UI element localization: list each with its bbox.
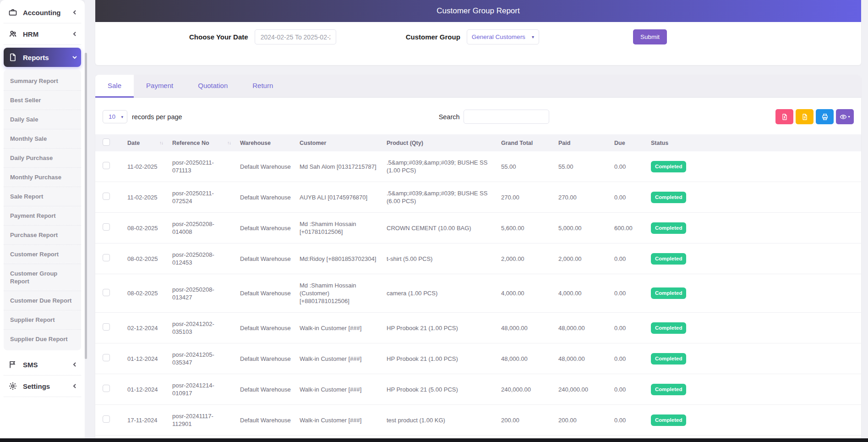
row-checkbox[interactable]	[103, 193, 110, 200]
column-visibility-button[interactable]: ▾	[836, 109, 854, 124]
sidebar-item-accounting[interactable]: Accounting	[4, 2, 81, 23]
status-badge: Completed	[651, 192, 686, 203]
reports-submenu-item[interactable]: Customer Group Report	[4, 264, 81, 291]
table-row: 11-02-2025 posr-20250211-072524 Default …	[95, 182, 861, 213]
cell-grand-total: 240,000.00	[501, 374, 558, 405]
app-root: Accounting HRM Reports Summary ReportBes…	[0, 0, 868, 442]
reports-submenu-item[interactable]: Summary Report	[4, 72, 81, 91]
page-title-bar: Customer Group Report	[95, 0, 861, 22]
tab-strip: SalePaymentQuotationReturn	[95, 75, 861, 98]
cell-customer: Walk-in Customer [###]	[300, 405, 387, 436]
cell-reference: posr-20250211-072524	[172, 182, 240, 213]
tab-sale[interactable]: Sale	[95, 75, 134, 97]
sort-icon[interactable]: ↑↓	[159, 140, 165, 145]
cell-reference: posr-20250208-013427	[172, 274, 240, 313]
sidebar-scrollbar[interactable]	[85, 0, 87, 442]
row-checkbox[interactable]	[103, 223, 110, 231]
records-per-page-select[interactable]: 10 ▾	[103, 110, 127, 123]
cell-customer: AUYB ALI [01745976870]	[300, 182, 387, 213]
pdf-icon	[781, 113, 788, 121]
sidebar-item-hrm[interactable]: HRM	[4, 23, 81, 45]
reports-submenu-item[interactable]: Daily Purchase	[4, 149, 81, 168]
horizontal-scrollbar[interactable]	[0, 438, 868, 442]
submit-button[interactable]: Submit	[633, 29, 667, 44]
cell-grand-total: 5,600.00	[501, 213, 558, 243]
reports-submenu-item[interactable]: Monthly Purchase	[4, 168, 81, 187]
date-range-input[interactable]	[255, 29, 336, 44]
reports-submenu-item[interactable]: Supplier Report	[4, 310, 81, 330]
row-checkbox[interactable]	[103, 254, 110, 261]
customer-group-selected-value: General Customers	[472, 33, 525, 40]
cell-product: .5&amp;#039;&amp;#039; BUSHE SS (1.00 PC…	[387, 151, 501, 182]
reports-submenu-item[interactable]: Payment Report	[4, 206, 81, 226]
cell-due: 0.00	[614, 243, 651, 274]
chevron-left-icon	[72, 31, 77, 37]
reports-submenu-item[interactable]: Best Seller	[4, 91, 81, 110]
cell-product: test product (1.00 KG)	[387, 405, 501, 436]
print-button[interactable]	[816, 109, 834, 124]
table-row: 08-02-2025 posr-20250208-012453 Default …	[95, 243, 861, 274]
row-checkbox[interactable]	[103, 415, 110, 423]
cell-grand-total: 48,000.00	[501, 313, 558, 343]
cell-date: 08-02-2025	[127, 213, 172, 243]
cell-paid: 270.00	[558, 182, 614, 213]
tab-return[interactable]: Return	[240, 75, 285, 97]
scrollbar-thumb[interactable]	[85, 53, 87, 359]
table-row: 11-02-2025 posr-20250211-071113 Default …	[95, 151, 861, 182]
customer-group-select[interactable]: General Customers ▾	[467, 29, 539, 44]
tab-quotation[interactable]: Quotation	[186, 75, 240, 97]
cell-reference: posr-20250208-014008	[172, 213, 240, 243]
column-header-due: Due	[614, 134, 651, 151]
search-input[interactable]	[464, 110, 549, 124]
cell-warehouse: Default Warehouse	[240, 405, 300, 436]
sidebar-item-label: Reports	[23, 54, 49, 61]
cell-warehouse: Default Warehouse	[240, 313, 300, 343]
reports-submenu-item[interactable]: Customer Report	[4, 245, 81, 264]
table-header-row: Date↑↓ Reference No↑↓ Warehouse Customer…	[95, 134, 861, 151]
cell-date: 01-12-2024	[127, 374, 172, 405]
table-row: 08-02-2025 posr-20250208-014008 Default …	[95, 213, 861, 243]
cell-grand-total: 4,000.00	[501, 274, 558, 313]
cell-warehouse: Default Warehouse	[240, 243, 300, 274]
row-checkbox[interactable]	[103, 289, 110, 296]
column-header-date[interactable]: Date↑↓	[127, 134, 172, 151]
cell-due: 0.00	[614, 374, 651, 405]
flag-icon	[8, 360, 17, 369]
column-header-reference[interactable]: Reference No↑↓	[172, 134, 240, 151]
row-checkbox[interactable]	[103, 162, 110, 169]
row-checkbox[interactable]	[103, 385, 110, 392]
reports-submenu-item[interactable]: Sale Report	[4, 187, 81, 206]
column-header-product: Product (Qty)	[387, 134, 501, 151]
row-checkbox[interactable]	[103, 354, 110, 361]
tab-payment[interactable]: Payment	[134, 75, 186, 97]
cell-product: .5&amp;#039;&amp;#039; BUSHE SS (6.00 PC…	[387, 182, 501, 213]
reports-submenu-item[interactable]: Purchase Report	[4, 226, 81, 245]
status-badge: Completed	[651, 253, 686, 265]
column-header-warehouse: Warehouse	[240, 134, 300, 151]
column-header-customer: Customer	[300, 134, 387, 151]
select-all-checkbox[interactable]	[103, 138, 110, 146]
table-row: 02-12-2024 posr-20241202-035103 Default …	[95, 313, 861, 343]
cell-grand-total: 48,000.00	[501, 343, 558, 374]
sidebar-item-sms[interactable]: SMS	[4, 354, 81, 376]
reports-submenu-item[interactable]: Supplier Due Report	[4, 330, 81, 348]
sidebar-item-settings[interactable]: Settings	[4, 376, 81, 397]
reports-submenu-item[interactable]: Daily Sale	[4, 110, 81, 129]
cell-date: 11-02-2025	[127, 151, 172, 182]
status-badge: Completed	[651, 384, 686, 395]
cell-warehouse: Default Warehouse	[240, 151, 300, 182]
cell-date: 01-12-2024	[127, 343, 172, 374]
sort-icon[interactable]: ↑↓	[227, 140, 233, 145]
file-lines-icon	[801, 113, 808, 121]
cell-due: 0.00	[614, 274, 651, 313]
export-file-button[interactable]	[796, 109, 813, 124]
cell-customer: Md :Shamim Hossain (Customer) [+88017810…	[300, 274, 387, 313]
export-pdf-button[interactable]	[775, 109, 793, 124]
row-checkbox[interactable]	[103, 323, 110, 331]
reports-submenu-item[interactable]: Monthly Sale	[4, 129, 81, 149]
cell-due: 0.00	[614, 151, 651, 182]
sidebar-item-reports[interactable]: Reports	[4, 48, 81, 67]
eye-icon	[840, 113, 847, 121]
reports-submenu-item[interactable]: Customer Due Report	[4, 291, 81, 310]
table-row: 17-11-2024 posr-20241117-112901 Default …	[95, 405, 861, 436]
